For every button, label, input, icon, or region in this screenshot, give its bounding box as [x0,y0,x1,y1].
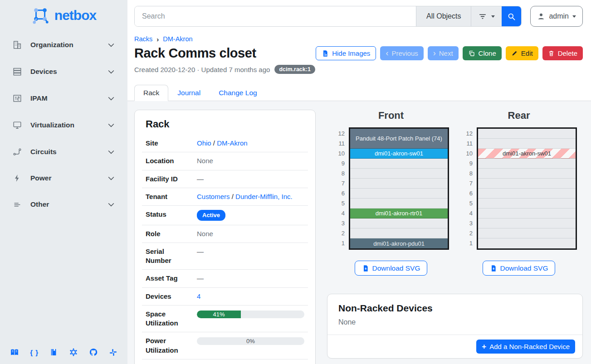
edit-button[interactable]: Edit [506,46,538,60]
front-download-svg-button[interactable]: Download SVG [355,261,428,276]
unit-number: 11 [461,139,473,149]
unit-number: 2 [461,228,473,238]
trash-icon [548,50,555,57]
rear-download-svg-button[interactable]: Download SVG [483,261,556,276]
clone-button[interactable]: Clone [463,46,502,60]
chevron-down-icon [107,94,116,103]
page-title: Rack Comms closet [134,46,256,61]
unit-number: 7 [333,179,345,189]
sidebar-item-organization[interactable]: Organization [5,35,122,54]
docs-book-icon[interactable] [10,348,19,357]
plus-icon: + [482,343,486,350]
sidebar-item-circuits[interactable]: Circuits [5,142,122,161]
chevron-down-icon [107,147,116,156]
unit-number: 8 [333,169,345,179]
content-area: Rack Site Ohio / DM-Akron Location None … [127,101,591,364]
site-link[interactable]: DM-Akron [217,139,248,147]
sidebar-item-label: Virtualization [30,121,74,129]
sidebar-item-label: Organization [30,41,73,49]
tenant-group-link[interactable]: Customers [197,193,230,200]
chevron-left-icon: ‹ [386,49,388,57]
journal-icon[interactable] [49,348,58,356]
facility-value: — [188,175,304,184]
space-utilization-fill: 41% [197,311,241,318]
monitor-icon [12,120,23,130]
non-racked-title: Non-Racked Devices [327,294,582,315]
chevron-down-icon [107,67,116,76]
chevron-down-icon [107,200,116,209]
front-download-label: Download SVG [372,264,420,272]
previous-label: Previous [391,49,418,57]
add-non-racked-device-button[interactable]: + Add a Non-Racked Device [476,340,575,354]
breadcrumb-link-site[interactable]: DM-Akron [163,35,192,43]
sidebar-item-ipam[interactable]: IPAM [5,89,122,108]
sidebar-item-label: IPAM [30,94,48,102]
space-utilization-bar: 41% [197,311,304,318]
tenant-link[interactable]: Dunder-Mifflin, Inc. [235,193,293,200]
tab-bar: Rack Journal Change Log [127,85,591,101]
unit-number: 5 [461,199,473,209]
rack-unit-empty [350,218,448,228]
slack-icon[interactable] [109,348,117,357]
netbox-logo-text: netbox [54,8,96,23]
next-button[interactable]: › Next [428,46,459,60]
info-row-devices: Devices 4 [142,288,308,306]
front-elevation: Front 121110987654321 Panduit 48-Port Pa… [327,110,455,276]
global-search-group: All Objects [134,6,522,27]
previous-button[interactable]: ‹ Previous [380,46,423,60]
unit-number: 3 [461,218,473,228]
front-unit-numbers: 121110987654321 [333,127,345,248]
delete-button[interactable]: Delete [542,46,583,60]
graphql-icon[interactable] [69,348,78,357]
chevron-down-icon [107,40,116,49]
info-row-power-utilization: Power Utilization 0% [142,332,308,359]
unit-number: 1 [461,238,473,248]
non-racked-footer: + Add a Non-Racked Device [327,335,582,358]
location-value: None [188,156,304,165]
topbar: All Objects admin [127,0,591,33]
rear-unit-numbers: 121110987654321 [461,127,473,248]
unit-number: 10 [461,149,473,159]
sidebar-item-virtualization[interactable]: Virtualization [5,116,122,135]
hide-images-label: Hide Images [332,49,370,57]
filter-dropdown-button[interactable] [471,6,502,26]
rack-unit-device[interactable]: Panduit 48-Port Patch Panel (74) [350,129,448,149]
unit-number: 6 [461,189,473,199]
devices-count-link[interactable]: 4 [197,292,200,300]
info-row-asset: Asset Tag — [142,270,308,287]
rack-unit-device[interactable]: dmi01-akron-pdu01 [350,238,448,248]
rack-unit-empty [350,169,448,179]
unit-number: 9 [333,159,345,169]
filter-icon [478,12,487,21]
rack-unit-device[interactable]: dmi01-akron-sw01 [478,149,576,159]
rear-download-label: Download SVG [500,264,548,272]
rack-unit-device[interactable]: dmi01-akron-sw01 [350,149,448,159]
breadcrumb-link-racks[interactable]: Racks [134,35,152,43]
rack-unit-empty [478,169,576,179]
user-menu-button[interactable]: admin [530,6,583,27]
netbox-logo[interactable]: netbox [0,0,127,27]
tab-journal[interactable]: Journal [168,85,210,101]
sidebar-item-power[interactable]: Power [5,169,122,187]
tab-rack[interactable]: Rack [134,85,168,101]
ipam-icon [12,93,23,103]
chevron-down-icon [107,121,116,130]
add-non-racked-device-label: Add a Non-Racked Device [489,343,570,350]
tab-change-log[interactable]: Change Log [210,85,266,101]
api-braces-icon[interactable]: { } [30,349,39,356]
rear-elevation: Rear 121110987654321 dmi01-akron-sw01 Do… [455,110,583,276]
sidebar-item-other[interactable]: Other [5,195,122,214]
object-type-selector[interactable]: All Objects [416,6,471,26]
search-button[interactable] [502,6,521,26]
search-input[interactable] [135,6,416,26]
rack-unit-device[interactable]: dmi01-akron-rtr01 [350,209,448,218]
hide-images-button[interactable]: Hide Images [316,46,376,60]
netbox-logo-icon [31,6,50,24]
unit-number: 1 [333,238,345,248]
rack-unit-empty [478,159,576,169]
github-icon[interactable] [89,348,98,357]
site-region-link[interactable]: Ohio [197,139,211,147]
sidebar-item-devices[interactable]: Devices [5,62,122,81]
unit-number: 6 [333,189,345,199]
edit-label: Edit [521,49,533,57]
